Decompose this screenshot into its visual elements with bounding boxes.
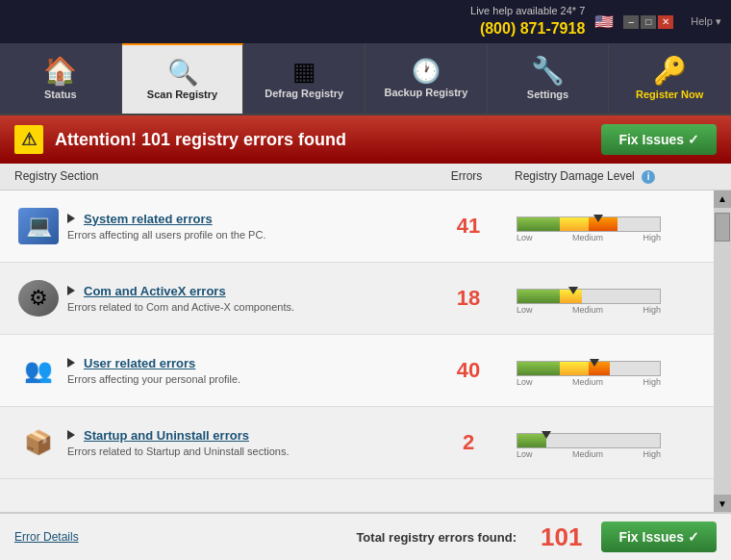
expand-icon xyxy=(67,214,75,223)
nav-tabs: 🏠 Status 🔍 Scan Registry ▦ Defrag Regist… xyxy=(0,43,731,115)
expand-icon xyxy=(67,430,75,440)
live-help-area: Live help available 24* 7 (800) 871-7918 xyxy=(470,4,585,40)
startup-error-count: 2 xyxy=(430,430,507,455)
maximize-button[interactable]: □ xyxy=(641,15,656,29)
seg-green xyxy=(517,217,560,231)
backup-icon: 🕐 xyxy=(412,60,441,83)
live-help-text: Live help available 24* 7 xyxy=(470,4,585,18)
error-details-link[interactable]: Error Details xyxy=(14,530,79,544)
damage-container: Low Medium High xyxy=(517,433,666,452)
tab-defrag-registry[interactable]: ▦ Defrag Registry xyxy=(243,43,366,114)
damage-container: Low Medium High xyxy=(517,361,666,380)
table-row: 📦 Startup and Uninstall errors Errors re… xyxy=(0,407,714,479)
seg-empty xyxy=(618,217,660,231)
damage-labels: Low Medium High xyxy=(517,377,661,387)
seg-green xyxy=(517,290,560,303)
table-header: Registry Section Errors Registry Damage … xyxy=(0,164,731,191)
defrag-icon: ▦ xyxy=(292,59,316,84)
col-header-damage: Registry Damage Level i xyxy=(505,169,697,184)
damage-marker xyxy=(568,287,578,294)
row-icon-com: ⚙ xyxy=(14,280,63,317)
user-damage-bar: Low Medium High xyxy=(507,361,699,380)
tab-scan-registry[interactable]: 🔍 Scan Registry xyxy=(122,43,244,114)
system-errors-link[interactable]: System related errors xyxy=(67,212,430,226)
seg-empty xyxy=(582,290,660,303)
startup-damage-bar: Low Medium High xyxy=(507,433,699,452)
damage-marker xyxy=(590,359,599,367)
user-errors-desc: Errors affecting your personal profile. xyxy=(67,373,430,385)
scroll-thumb[interactable] xyxy=(715,213,730,242)
damage-container: Low Medium High xyxy=(517,289,666,308)
com-damage-bar: Low Medium High xyxy=(507,289,699,308)
footer-total-count: 101 xyxy=(541,522,582,552)
footer-bar: Error Details Total registry errors foun… xyxy=(0,512,731,560)
row-icon-system: 💻 xyxy=(14,208,63,244)
flag-icon: 🇺🇸 xyxy=(594,13,614,31)
settings-icon: 🔧 xyxy=(531,58,565,85)
com-icon: ⚙ xyxy=(18,280,59,317)
seg-green xyxy=(517,362,560,375)
tab-status[interactable]: 🏠 Status xyxy=(0,43,122,114)
tab-settings[interactable]: 🔧 Settings xyxy=(488,43,610,114)
tab-register-label: Register Now xyxy=(636,89,703,100)
scroll-down-button[interactable]: ▼ xyxy=(714,495,731,512)
fix-issues-button-bottom[interactable]: Fix Issues ✓ xyxy=(601,522,717,552)
scan-icon: 🔍 xyxy=(167,60,198,85)
table-row: 👥 User related errors Errors affecting y… xyxy=(0,335,714,407)
system-icon: 💻 xyxy=(18,208,59,244)
row-icon-user: 👥 xyxy=(14,352,63,389)
row-info-startup: Startup and Uninstall errors Errors rela… xyxy=(63,428,430,457)
register-icon: 🔑 xyxy=(653,58,687,85)
scrollbar[interactable]: ▲ ▼ xyxy=(714,191,731,513)
scroll-track xyxy=(714,208,731,496)
user-errors-link[interactable]: User related errors xyxy=(67,356,430,370)
tab-backup-registry[interactable]: 🕐 Backup Registry xyxy=(366,43,488,114)
com-errors-link[interactable]: Com and ActiveX errors xyxy=(67,284,430,298)
seg-empty xyxy=(610,362,660,375)
damage-marker xyxy=(542,431,551,439)
top-bar: Live help available 24* 7 (800) 871-7918… xyxy=(0,0,731,43)
attention-text: Attention! 101 registry errors found xyxy=(55,130,590,150)
damage-labels: Low Medium High xyxy=(517,305,661,315)
phone-number: (800) 871-7918 xyxy=(470,18,585,39)
col-header-errors: Errors xyxy=(428,169,505,183)
seg-yellow xyxy=(560,217,589,231)
main-content: ⚠ Attention! 101 registry errors found F… xyxy=(0,115,731,560)
expand-icon xyxy=(67,286,75,295)
damage-marker xyxy=(593,215,603,222)
tab-scan-label: Scan Registry xyxy=(147,89,217,100)
tab-register-now[interactable]: 🔑 Register Now xyxy=(609,43,731,114)
warning-icon: ⚠ xyxy=(14,125,43,154)
scroll-up-button[interactable]: ▲ xyxy=(714,191,731,208)
expand-icon xyxy=(67,358,75,368)
col-header-section: Registry Section xyxy=(14,169,428,183)
com-error-count: 18 xyxy=(430,286,507,311)
tab-settings-label: Settings xyxy=(527,89,568,100)
tab-defrag-label: Defrag Registry xyxy=(265,88,343,99)
row-info-com: Com and ActiveX errors Errors related to… xyxy=(63,284,430,313)
info-icon[interactable]: i xyxy=(642,170,655,184)
seg-empty xyxy=(546,434,660,447)
window-controls: – □ ✕ xyxy=(623,15,673,29)
startup-errors-link[interactable]: Startup and Uninstall errors xyxy=(67,428,430,443)
startup-errors-desc: Errors related to Startup and Uninstall … xyxy=(67,445,430,457)
damage-bg xyxy=(517,289,661,304)
seg-yellow xyxy=(560,362,589,375)
help-link[interactable]: Help ▾ xyxy=(691,15,721,28)
footer-total-label: Total registry errors found: xyxy=(88,530,517,545)
system-damage-bar: Low Medium High xyxy=(507,216,699,236)
table-area: Registry Section Errors Registry Damage … xyxy=(0,164,731,512)
row-icon-startup: 📦 xyxy=(14,424,63,461)
table-row: 💻 System related errors Errors affecting… xyxy=(0,191,714,263)
table-body: 💻 System related errors Errors affecting… xyxy=(0,191,731,513)
system-errors-desc: Errors affecting all users profile on th… xyxy=(67,229,430,241)
minimize-button[interactable]: – xyxy=(623,15,639,29)
fix-issues-button-top[interactable]: Fix Issues ✓ xyxy=(601,124,717,155)
damage-bg xyxy=(517,433,661,448)
status-icon: 🏠 xyxy=(43,58,77,85)
close-button[interactable]: ✕ xyxy=(658,15,673,29)
attention-bar: ⚠ Attention! 101 registry errors found F… xyxy=(0,115,731,164)
user-error-count: 40 xyxy=(430,358,507,383)
table-row: ⚙ Com and ActiveX errors Errors related … xyxy=(0,263,714,335)
tab-status-label: Status xyxy=(44,89,77,100)
